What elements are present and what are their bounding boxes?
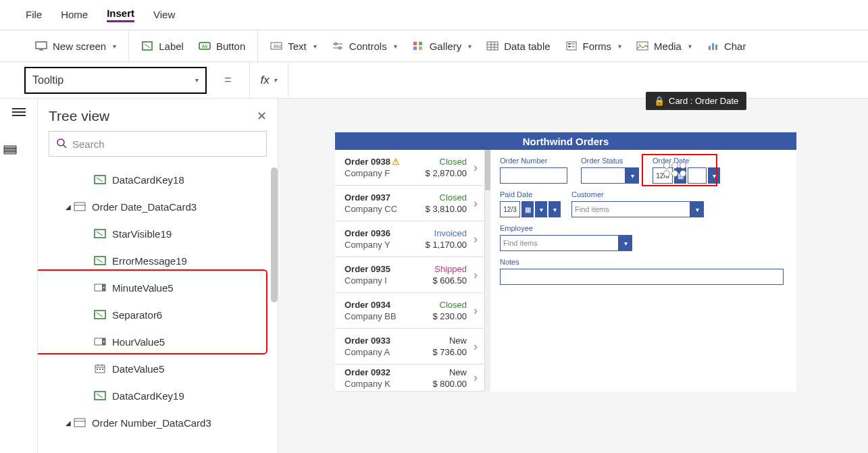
chevron-right-icon: › [471, 232, 480, 246]
chevron-down-icon: ▾ [690, 201, 704, 217]
tree-item[interactable]: StarVisible19 [38, 220, 278, 247]
chart-label: Char [724, 41, 746, 52]
tree-item[interactable]: DateValue5 [38, 355, 278, 382]
chevron-right-icon: › [471, 371, 480, 385]
svg-rect-28 [709, 46, 711, 50]
svg-line-3 [145, 44, 150, 48]
svg-text:Abc: Abc [274, 44, 282, 49]
svg-rect-15 [419, 47, 422, 50]
tooltip-text: Card : Order Date [669, 96, 738, 106]
order-status: Closed [426, 157, 467, 167]
order-status: New [432, 367, 467, 377]
button-button[interactable]: Ab Button [199, 41, 245, 52]
notes-input[interactable] [500, 269, 784, 285]
svg-rect-22 [568, 43, 571, 45]
property-selector[interactable]: Tooltip ▾ [24, 67, 207, 94]
property-name: Tooltip [32, 74, 63, 86]
media-icon [636, 41, 648, 51]
chart-icon [707, 41, 719, 51]
tree-item[interactable]: DataCardKey18 [38, 166, 278, 193]
scrollbar[interactable] [485, 150, 490, 190]
text-icon: Abc [270, 41, 282, 51]
menu-home[interactable]: Home [61, 9, 88, 22]
svg-line-60 [97, 394, 103, 398]
order-status-select[interactable]: ▾ [581, 167, 642, 184]
scrollbar[interactable] [271, 167, 278, 302]
order-amount: $ 1,170.00 [426, 240, 467, 250]
chevron-right-icon: › [471, 304, 480, 318]
svg-rect-61 [74, 419, 85, 427]
hamburger-button[interactable] [11, 105, 27, 119]
menu-file[interactable]: File [26, 9, 42, 22]
order-list: Order 0938⚠Company FClosed$ 2,870.00›Ord… [335, 150, 485, 392]
left-rail [0, 99, 38, 453]
svg-rect-30 [715, 45, 717, 50]
order-amount: $ 3,810.00 [426, 204, 467, 214]
chart-button[interactable]: Char [707, 41, 746, 52]
tree-item[interactable]: ◢ Order Number_DataCard3 [38, 409, 278, 436]
menu-insert[interactable]: Insert [107, 7, 134, 22]
chevron-right-icon: › [471, 196, 480, 211]
close-icon[interactable]: ✕ [257, 109, 267, 124]
text-button[interactable]: Abc Text ▾ [270, 41, 317, 52]
fx-label: fx▾ [261, 74, 277, 87]
label-label: Label [159, 41, 184, 52]
notes-label: Notes [500, 258, 784, 266]
employee-select[interactable]: Find items▾ [500, 235, 635, 251]
tree-item[interactable]: ◢ Order Date_DataCard3 [38, 193, 278, 220]
order-id: Order 0935 [344, 264, 432, 274]
order-company: Company I [344, 275, 432, 286]
tree-item-label: DataCardKey18 [112, 174, 184, 186]
order-company: Company Y [344, 240, 426, 250]
new-screen-button[interactable]: New screen ▾ [35, 41, 116, 52]
search-input[interactable]: Search [49, 131, 267, 157]
order-status: Invoiced [426, 228, 467, 238]
tree-item[interactable]: HourValue5 [38, 328, 278, 355]
canvas[interactable]: Northwind Orders Order 0938⚠Company FClo… [278, 99, 868, 453]
chevron-down-icon: ▾ [535, 201, 547, 217]
card-icon [73, 201, 86, 212]
app-title: Northwind Orders [335, 132, 796, 150]
svg-line-35 [63, 145, 66, 148]
menu-view[interactable]: View [153, 9, 175, 22]
tree-item[interactable]: MinuteValue5 [38, 274, 278, 301]
media-button[interactable]: Media ▾ [636, 41, 692, 52]
customer-label: Customer [571, 190, 707, 198]
forms-button[interactable]: Forms ▾ [565, 41, 622, 52]
order-row[interactable]: Order 0938⚠Company FClosed$ 2,870.00› [335, 150, 484, 186]
order-number-input[interactable] [500, 167, 567, 184]
label-button[interactable]: Label [141, 41, 184, 52]
svg-point-27 [639, 44, 641, 46]
tree-item[interactable]: DataCardKey19 [38, 382, 278, 409]
data-table-button[interactable]: Data table [486, 41, 550, 52]
order-id: Order 0938⚠ [344, 157, 426, 167]
order-row[interactable]: Order 0933Company ANew$ 736.00› [335, 329, 484, 365]
order-row[interactable]: Order 0936Company YInvoiced$ 1,170.00› [335, 221, 484, 257]
svg-rect-16 [487, 42, 498, 50]
tree-item-label: Order Date_DataCard3 [92, 201, 197, 213]
label-icon [93, 255, 107, 266]
app-frame: Northwind Orders Order 0938⚠Company FClo… [335, 132, 796, 392]
order-status-label: Order Status [581, 157, 642, 165]
order-id: Order 0936 [344, 228, 426, 238]
employee-label: Employee [500, 224, 635, 232]
dropdown-icon [93, 336, 107, 347]
order-row[interactable]: Order 0932Company KNew$ 800.00› [335, 365, 484, 392]
svg-rect-57 [99, 369, 101, 370]
tree-item[interactable]: ErrorMessage19 [38, 247, 278, 274]
selection-tooltip: 🔒 Card : Order Date [646, 92, 746, 110]
controls-button[interactable]: Controls ▾ [332, 41, 397, 52]
order-row[interactable]: Order 0934Company BBClosed$ 230.00› [335, 293, 484, 329]
tree-item-label: Separator6 [112, 309, 162, 321]
svg-rect-29 [712, 43, 714, 50]
order-row[interactable]: Order 0937Company CCClosed$ 3,810.00› [335, 186, 484, 221]
customer-select[interactable]: Find items▾ [571, 201, 707, 217]
tree-view-tab[interactable] [0, 143, 27, 157]
gallery-button[interactable]: Gallery ▾ [412, 41, 472, 52]
paid-date-picker[interactable]: 12/3 ▦ ▾ ▾ [500, 201, 561, 217]
tree-item[interactable]: Separator6 [38, 301, 278, 328]
formula-input[interactable] [299, 62, 868, 98]
order-company: Company F [344, 168, 426, 178]
order-row[interactable]: Order 0935Company IShipped$ 606.50› [335, 257, 484, 293]
svg-rect-0 [36, 42, 47, 49]
